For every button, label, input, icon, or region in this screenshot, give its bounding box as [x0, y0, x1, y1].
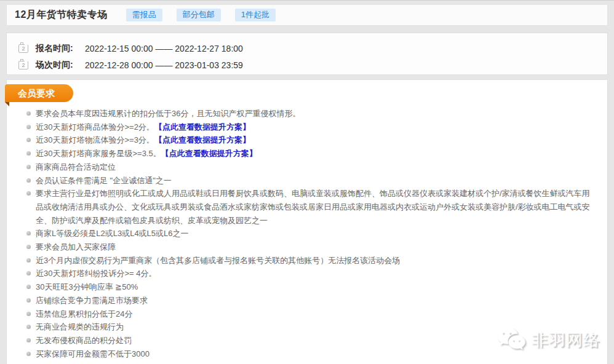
data-improve-link[interactable]: 【点此查看数据提升方案】: [154, 135, 250, 144]
section-title-ribbon: 会员要求: [5, 84, 73, 102]
requirement-item: 近30天新灯塔商品体验分>=2分。【点此查看数据提升方案】: [7, 121, 595, 134]
requirement-item: 要求主营行业是灯饰照明或化工或成人用品或鞋或日用餐厨饮具或数码、电脑或童装或服饰…: [7, 187, 595, 227]
requirement-item: 要求会员本年度因违规累计的扣分低于36分，且无知识产权严重侵权情形。: [7, 107, 595, 121]
badge-partial-free-shipping: 部分包邮: [177, 9, 221, 22]
badge-need-report: 需报品: [126, 9, 162, 22]
requirement-item: 店铺综合竞争力需满足市场要求: [7, 294, 595, 307]
requirement-item: 无商业合规类的违规行为: [7, 320, 595, 334]
requirement-item: 商家商品符合活动定位: [7, 160, 595, 174]
ribbon-fold: [5, 102, 9, 106]
requirement-item: 商家L等级必须是L2或L3或L4或L5或L6之一: [7, 227, 595, 240]
requirement-item: 30天旺旺3分钟响应率 ≧50%: [7, 280, 595, 294]
requirement-item: 无发布侵权商品的积分处罚: [7, 334, 595, 347]
badge-min-order: 1件起批: [235, 9, 276, 22]
signup-time-label: 报名时间:: [36, 43, 80, 54]
requirement-item: 会员认证条件需满足 "企业诚信通"之一: [7, 174, 595, 188]
session-time-label: 场次时间:: [36, 60, 80, 71]
badge-group: 需报品 部分包邮 1件起批: [126, 9, 276, 22]
requirement-item: 买家保障可用金额需不低于3000: [7, 347, 595, 361]
requirement-item: 要求会员加入买家保障: [7, 240, 595, 254]
title-bar: 12月年货节特卖专场 需报品 部分包邮 1件起批: [6, 4, 608, 26]
requirement-item: 近30天新灯塔商家服务星级>=3.5。【点此查看数据提升方案】: [7, 147, 595, 160]
session-time-value: 2022-12-28 00:00 —— 2023-01-03 23:59: [85, 60, 243, 70]
signup-time-value: 2022-12-15 00:00 —— 2022-12-27 18:00: [85, 44, 243, 53]
calendar-icon: 2: [18, 61, 28, 69]
requirement-item: 近3个月内虚假交易行为严重商家（包含其多店铺或者与报名账号关联的其他账号）无法报…: [7, 254, 595, 267]
calendar-icon: 2: [18, 44, 28, 53]
data-improve-link[interactable]: 【点此查看数据提升方案】: [161, 149, 257, 158]
session-time-row: 2 场次时间: 2022-12-28 00:00 —— 2023-01-03 2…: [18, 57, 607, 73]
schedule-panel: 2 报名时间: 2022-12-15 00:00 —— 2022-12-27 1…: [6, 33, 608, 75]
page-title: 12月年货节特卖专场: [15, 9, 108, 22]
activity-requirements-page: 12月年货节特卖专场 需报品 部分包邮 1件起批 2 报名时间: 2022-12…: [0, 0, 614, 364]
signup-time-row: 2 报名时间: 2022-12-15 00:00 —— 2022-12-27 1…: [18, 41, 607, 56]
member-requirements-panel: 会员要求 要求会员本年度因违规累计的扣分低于36分，且无知识产权严重侵权情形。 …: [6, 79, 608, 364]
requirement-item: 近30天新灯塔物流体验分>=3分。【点此查看数据提升方案】: [7, 133, 595, 147]
requirement-item: 违禁信息累积扣分低于24分: [7, 307, 595, 321]
requirements-list: 要求会员本年度因违规累计的扣分低于36分，且无知识产权严重侵权情形。 近30天新…: [7, 107, 607, 360]
data-improve-link[interactable]: 【点此查看数据提升方案】: [154, 122, 250, 132]
requirement-item: 近30天新灯塔纠纷投诉分>= 4分。: [7, 267, 595, 280]
